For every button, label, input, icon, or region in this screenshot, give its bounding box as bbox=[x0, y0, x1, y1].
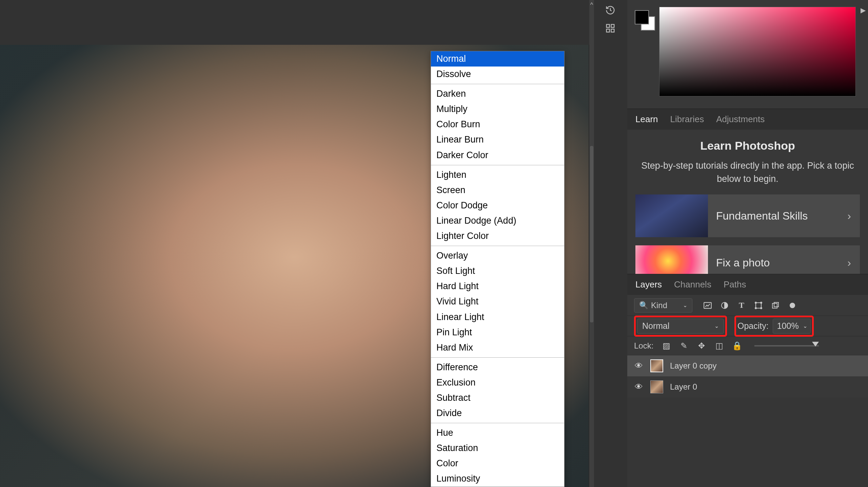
layer-name[interactable]: Layer 0 copy bbox=[670, 361, 716, 371]
svg-rect-0 bbox=[607, 24, 610, 27]
blend-mode-option-hard-mix[interactable]: Hard Mix bbox=[431, 340, 564, 355]
blend-mode-option-subtract[interactable]: Subtract bbox=[431, 390, 564, 406]
lock-pixels-icon[interactable]: ✎ bbox=[679, 341, 689, 351]
blend-mode-option-normal[interactable]: Normal bbox=[431, 51, 564, 67]
opacity-control: Opacity: 100% ⌄ bbox=[737, 319, 811, 334]
search-icon: 🔍 bbox=[639, 301, 648, 310]
color-panel: ▶ bbox=[627, 0, 868, 109]
svg-rect-1 bbox=[611, 24, 614, 27]
blend-mode-menu[interactable]: NormalDissolveDarkenMultiplyColor BurnLi… bbox=[431, 51, 565, 487]
blend-mode-option-dissolve[interactable]: Dissolve bbox=[431, 67, 564, 82]
kind-label: Kind bbox=[651, 301, 667, 310]
color-spectrum-picker[interactable] bbox=[659, 7, 856, 96]
menu-separator bbox=[431, 423, 564, 423]
svg-rect-12 bbox=[774, 302, 778, 307]
color-panel-flyout-icon[interactable]: ▶ bbox=[861, 6, 866, 14]
foreground-color-swatch[interactable] bbox=[635, 10, 649, 24]
blend-mode-option-linear-dodge-add-[interactable]: Linear Dodge (Add) bbox=[431, 213, 564, 228]
blend-mode-option-saturation[interactable]: Saturation bbox=[431, 441, 564, 456]
blend-mode-option-darken[interactable]: Darken bbox=[431, 86, 564, 101]
layer-thumbnail[interactable] bbox=[650, 380, 663, 393]
svg-rect-3 bbox=[611, 29, 614, 32]
svg-point-7 bbox=[755, 302, 756, 303]
scrollbar-up-arrow[interactable]: ^ bbox=[590, 1, 593, 8]
blend-mode-dropdown[interactable]: Normal ⌄ bbox=[637, 319, 724, 334]
blend-mode-option-overlay[interactable]: Overlay bbox=[431, 248, 564, 263]
learn-card-fundamental-skills[interactable]: Fundamental Skills › bbox=[635, 194, 860, 237]
blend-mode-option-darker-color[interactable]: Darker Color bbox=[431, 148, 564, 163]
slider-thumb-icon[interactable] bbox=[812, 342, 819, 346]
foreground-background-swatch[interactable] bbox=[635, 10, 654, 30]
filter-type-icon[interactable]: T bbox=[736, 300, 747, 311]
filter-smart-icon[interactable] bbox=[770, 300, 781, 311]
learn-panel: Learn Photoshop Step-by-step tutorials d… bbox=[627, 130, 868, 274]
blend-mode-option-hard-light[interactable]: Hard Light bbox=[431, 279, 564, 294]
history-panel-toggle[interactable] bbox=[603, 3, 618, 18]
learn-card-label: Fundamental Skills bbox=[708, 210, 847, 222]
filter-toggle-dot[interactable] bbox=[787, 300, 797, 311]
learn-panel-tabs: Learn Libraries Adjustments bbox=[627, 109, 868, 130]
filter-adjustment-icon[interactable] bbox=[719, 300, 730, 311]
blend-mode-option-linear-light[interactable]: Linear Light bbox=[431, 310, 564, 325]
svg-point-8 bbox=[761, 302, 762, 303]
canvas-vertical-scrollbar[interactable]: ^ bbox=[589, 0, 594, 487]
blend-mode-option-lighter-color[interactable]: Lighter Color bbox=[431, 228, 564, 244]
tab-channels[interactable]: Channels bbox=[674, 279, 711, 290]
layer-item-layer-0[interactable]: 👁 Layer 0 bbox=[627, 376, 868, 397]
blend-mode-option-soft-light[interactable]: Soft Light bbox=[431, 263, 564, 279]
lock-artboard-icon[interactable]: ◫ bbox=[714, 341, 724, 351]
layers-panel: 🔍 Kind ⌄ T Normal ⌄ bbox=[627, 295, 868, 397]
extra-panel-toggle[interactable] bbox=[603, 20, 618, 35]
right-panels-container: ▶ Learn Libraries Adjustments Learn Phot… bbox=[627, 0, 868, 487]
tab-layers[interactable]: Layers bbox=[635, 279, 662, 290]
visibility-toggle-icon[interactable]: 👁 bbox=[634, 382, 644, 392]
scrollbar-thumb[interactable] bbox=[590, 146, 593, 322]
blend-mode-option-color-dodge[interactable]: Color Dodge bbox=[431, 198, 564, 213]
blend-mode-option-pin-light[interactable]: Pin Light bbox=[431, 325, 564, 340]
learn-card-thumb bbox=[635, 245, 708, 274]
layer-list: 👁 Layer 0 copy 👁 Layer 0 bbox=[627, 355, 868, 397]
blend-mode-option-difference[interactable]: Difference bbox=[431, 360, 564, 375]
blend-mode-option-color[interactable]: Color bbox=[431, 456, 564, 471]
blend-mode-option-luminosity[interactable]: Luminosity bbox=[431, 471, 564, 486]
layer-filter-icons: T bbox=[703, 300, 797, 311]
opacity-dropdown[interactable]: 100% ⌄ bbox=[773, 319, 811, 334]
blend-mode-option-exclusion[interactable]: Exclusion bbox=[431, 375, 564, 390]
svg-rect-11 bbox=[772, 303, 777, 308]
visibility-toggle-icon[interactable]: 👁 bbox=[634, 361, 644, 371]
svg-point-10 bbox=[761, 307, 762, 309]
opacity-value: 100% bbox=[777, 321, 799, 331]
filter-pixel-icon[interactable] bbox=[703, 300, 713, 311]
fill-slider[interactable] bbox=[754, 345, 819, 346]
tab-libraries[interactable]: Libraries bbox=[670, 114, 704, 125]
tab-paths[interactable]: Paths bbox=[724, 279, 746, 290]
layer-thumbnail[interactable] bbox=[650, 359, 663, 372]
layer-name[interactable]: Layer 0 bbox=[670, 382, 697, 392]
learn-card-fix-photo[interactable]: Fix a photo › bbox=[635, 245, 860, 274]
blend-mode-option-linear-burn[interactable]: Linear Burn bbox=[431, 132, 564, 147]
learn-card-label: Fix a photo bbox=[708, 257, 847, 274]
blend-mode-option-vivid-light[interactable]: Vivid Light bbox=[431, 294, 564, 309]
lock-all-icon[interactable]: 🔒 bbox=[732, 341, 742, 351]
blend-mode-option-multiply[interactable]: Multiply bbox=[431, 101, 564, 117]
layers-filter-row: 🔍 Kind ⌄ T bbox=[627, 295, 868, 316]
collapsed-panel-strip bbox=[597, 0, 624, 487]
lock-transparent-icon[interactable]: ▨ bbox=[662, 341, 671, 351]
options-bar bbox=[0, 0, 593, 45]
chevron-down-icon: ⌄ bbox=[803, 323, 807, 329]
svg-point-9 bbox=[755, 307, 756, 309]
blend-mode-option-lighten[interactable]: Lighten bbox=[431, 167, 564, 183]
layer-filter-kind-dropdown[interactable]: 🔍 Kind ⌄ bbox=[634, 298, 692, 313]
lock-position-icon[interactable]: ✥ bbox=[697, 341, 706, 351]
tab-learn[interactable]: Learn bbox=[635, 114, 658, 125]
blend-mode-option-divide[interactable]: Divide bbox=[431, 406, 564, 421]
blend-mode-option-screen[interactable]: Screen bbox=[431, 183, 564, 198]
blend-mode-option-color-burn[interactable]: Color Burn bbox=[431, 117, 564, 132]
tab-adjustments[interactable]: Adjustments bbox=[716, 114, 765, 125]
chevron-down-icon: ⌄ bbox=[683, 302, 687, 308]
filter-shape-icon[interactable] bbox=[753, 300, 764, 311]
blend-mode-option-hue[interactable]: Hue bbox=[431, 425, 564, 441]
learn-panel-subtitle: Step-by-step tutorials directly in the a… bbox=[635, 159, 860, 186]
tutorial-highlight-opacity: Opacity: 100% ⌄ bbox=[734, 316, 814, 337]
layer-item-layer-0-copy[interactable]: 👁 Layer 0 copy bbox=[627, 355, 868, 376]
